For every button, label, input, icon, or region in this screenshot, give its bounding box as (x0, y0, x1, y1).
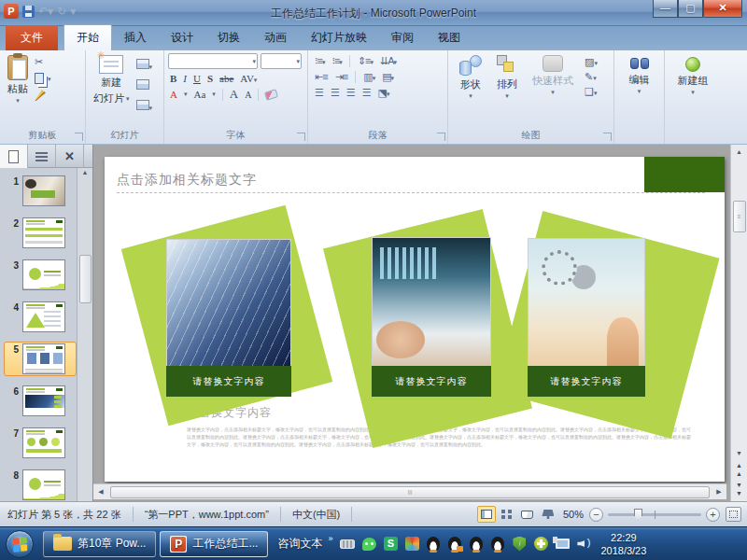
horizontal-scrollbar-thumb[interactable]: ||| (110, 486, 710, 498)
numbering-button[interactable]: ⁝≡▾ (331, 55, 341, 67)
language-indicator[interactable]: 中文(中国) (289, 508, 344, 522)
italic-button[interactable]: I (183, 73, 187, 84)
tab-review[interactable]: 审阅 (379, 25, 426, 50)
paragraph-dialog-launcher-icon[interactable] (437, 133, 445, 141)
zoom-slider[interactable] (608, 513, 701, 516)
card-caption[interactable]: 请替换文字内容 (166, 366, 291, 397)
quick-styles-button[interactable]: 快速样式▾ (529, 53, 577, 128)
tab-insert[interactable]: 插入 (112, 25, 159, 50)
increase-indent-button[interactable]: ⇥≡ (335, 71, 348, 83)
slide-canvas[interactable]: 点击添加相关标题文字 请替换文字内容 请替换文字内容 请替换文字内容 (105, 157, 725, 482)
sogou-tray-icon[interactable] (404, 537, 419, 552)
content-card[interactable]: 请替换文字内容 (166, 239, 291, 397)
antivirus-shield-tray-icon[interactable] (512, 537, 527, 552)
content-card[interactable]: 请替换文字内容 (372, 237, 491, 397)
thumbnail-row[interactable]: 4 (4, 300, 77, 334)
slide-thumbnail[interactable] (22, 259, 65, 290)
font-size-combo[interactable]: ▾ (261, 53, 302, 69)
tab-home[interactable]: 开始 (63, 24, 112, 50)
align-text-button[interactable]: ▤▾ (382, 71, 393, 83)
drawing-dialog-launcher-icon[interactable] (603, 133, 612, 141)
section-button[interactable]: ▾ (136, 97, 153, 114)
thumbnail-row[interactable]: 2 (4, 216, 77, 250)
scroll-up-icon[interactable]: ▲ (82, 169, 89, 175)
close-pane-button[interactable]: ✕ (56, 145, 84, 168)
safety-plus-tray-icon[interactable] (533, 537, 548, 552)
horizontal-scrollbar[interactable]: ◀ ||| ▶ (93, 483, 726, 499)
zoom-in-button[interactable]: + (706, 508, 720, 522)
slide-thumbnail[interactable] (22, 343, 65, 374)
taskbar-clock[interactable]: 22:29 2018/3/23 (600, 531, 646, 557)
keyboard-tray-icon[interactable] (340, 537, 355, 552)
zoom-out-button[interactable]: − (589, 508, 603, 522)
tab-design[interactable]: 设计 (159, 25, 205, 50)
minimize-button[interactable]: — (653, 0, 678, 18)
slide-thumbnail[interactable] (22, 385, 65, 416)
qq-briefcase-tray-icon[interactable] (447, 537, 462, 552)
cut-icon[interactable]: ✂ (35, 56, 51, 68)
text-direction-button[interactable]: ⇊A▾ (380, 55, 396, 67)
toolbar-expand-icon[interactable]: » (328, 534, 332, 543)
tab-view[interactable]: 视图 (426, 25, 472, 50)
bullets-button[interactable]: ⁝≡▾ (315, 55, 324, 67)
tab-animations[interactable]: 动画 (252, 25, 299, 50)
new-group-button[interactable]: 新建组▾ (674, 53, 712, 128)
tab-file[interactable]: 文件 (6, 25, 58, 50)
shape-outline-icon[interactable]: ✎▾ (585, 71, 598, 83)
zoom-percentage[interactable]: 50% (563, 509, 584, 520)
card-caption[interactable]: 请替换文字内容 (372, 366, 491, 397)
taskbar-button-folder[interactable]: 第10章 Pow... (43, 531, 156, 557)
underline-button[interactable]: U (193, 73, 201, 84)
shape-fill-icon[interactable]: ▨▾ (585, 56, 598, 68)
new-slide-button[interactable]: 新建 幻灯片▾ (90, 53, 134, 128)
shape-effects-icon[interactable]: ❑▾ (585, 86, 598, 98)
format-painter-icon[interactable] (35, 90, 46, 101)
tab-slideshow[interactable]: 幻灯片放映 (299, 25, 379, 50)
start-button[interactable] (6, 530, 34, 558)
slide-sorter-button[interactable] (498, 506, 516, 523)
taskbar-toolbar-label[interactable]: 咨询文本 (277, 536, 322, 552)
s-app-tray-icon[interactable]: S (383, 537, 398, 552)
change-case-button[interactable]: Aa (193, 89, 205, 100)
scroll-up-icon[interactable]: ▲ (732, 145, 747, 160)
network-tray-icon[interactable] (555, 537, 570, 552)
slide-thumbnail[interactable] (22, 469, 65, 500)
text-shadow-button[interactable]: S (207, 73, 213, 84)
thumbnail-row[interactable]: 7 (4, 426, 77, 460)
slide-thumbnail[interactable] (22, 175, 65, 206)
clipboard-dialog-launcher-icon[interactable] (75, 133, 83, 141)
line-spacing-button[interactable]: ⇕≡▾ (358, 55, 373, 67)
slideshow-view-button[interactable] (539, 506, 557, 523)
taskbar-button-powerpoint[interactable]: 工作总结工... (160, 531, 268, 557)
reset-button[interactable] (136, 77, 153, 93)
zoom-slider-thumb[interactable] (634, 509, 642, 521)
arrange-button[interactable]: 排列▾ (493, 53, 521, 128)
align-center-button[interactable]: ☰ (331, 87, 339, 99)
close-button[interactable]: ✕ (703, 0, 742, 18)
normal-view-button[interactable] (477, 506, 496, 523)
editing-button[interactable]: 编辑▾ (626, 53, 654, 128)
thumbnail-row[interactable]: 78 (4, 468, 77, 502)
volume-tray-icon[interactable] (576, 537, 591, 552)
align-left-button[interactable]: ☰ (315, 87, 323, 99)
shapes-button[interactable]: 形状▾ (456, 53, 486, 128)
font-dialog-launcher-icon[interactable] (297, 133, 305, 141)
thumbnail-row[interactable]: 6 (4, 384, 77, 418)
grow-font-button[interactable]: A (230, 87, 238, 102)
maximize-button[interactable]: ▢ (678, 0, 703, 18)
wechat-tray-icon[interactable] (361, 537, 376, 552)
tab-outline[interactable] (28, 145, 56, 168)
vertical-scrollbar-thumb[interactable]: ≡ (733, 201, 746, 232)
font-color-button[interactable]: A (170, 89, 177, 100)
justify-button[interactable]: ☰ (362, 87, 371, 99)
qq-tray-icon[interactable] (469, 537, 484, 552)
strikethrough-button[interactable]: abe (219, 73, 233, 84)
previous-slide-button[interactable]: ▲▲ (732, 461, 747, 478)
clear-formatting-icon[interactable] (264, 89, 278, 101)
slide-thumbnail[interactable] (22, 301, 65, 332)
pane-scrollbar-thumb[interactable] (79, 255, 92, 303)
decrease-indent-button[interactable]: ⇤≡ (315, 71, 328, 83)
bold-button[interactable]: B (170, 73, 176, 84)
fit-to-window-button[interactable] (726, 507, 741, 522)
shrink-font-button[interactable]: A (245, 90, 251, 100)
